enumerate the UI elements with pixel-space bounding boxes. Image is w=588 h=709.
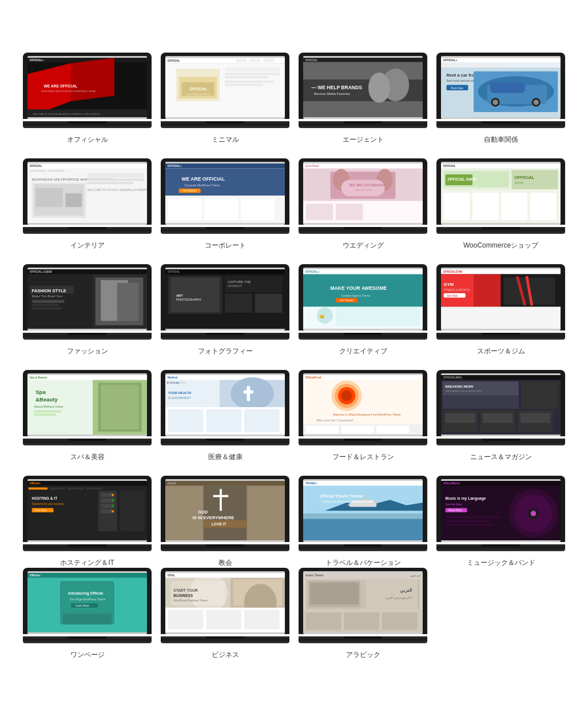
- svg-text:VITAL: VITAL: [168, 574, 175, 577]
- template-label: ビジネス: [212, 650, 239, 660]
- template-label: ニュース＆マガジン: [470, 452, 532, 462]
- template-label: インテリア: [70, 241, 105, 250]
- svg-text:OFFICIAL: OFFICIAL: [170, 382, 180, 384]
- template-item-interior[interactable]: OFFICIAL RESPONSIVE MULTIPURPOSE WORDPRE…: [23, 158, 152, 250]
- template-item-food[interactable]: OfficialFood Welcome to Official Restaur…: [299, 370, 427, 462]
- svg-rect-105: [501, 193, 527, 220]
- svg-text:Corporate WordPress Theme: Corporate WordPress Theme: [184, 184, 220, 187]
- screen-content: OFFICIAL OFFICIAL SHOP OFFICIAL SHOP: [441, 162, 561, 225]
- template-item-music[interactable]: OfficialMusic Music is my Language Feel …: [436, 476, 565, 568]
- svg-text:RESPONSIVE MULTIPURPOSE WORDPR: RESPONSIVE MULTIPURPOSE WORDPRESS THEME: [41, 90, 96, 93]
- template-item-onepage[interactable]: Official+ Introducing Official One Page …: [23, 568, 152, 660]
- laptop-wrapper: TRAVELI Official Travel Theme Explore th…: [299, 476, 427, 553]
- laptop-body: Official+ HOSTING & IT Solutions for you…: [23, 476, 152, 542]
- template-item-arabic[interactable]: Arabic Theme ثيم عربي العربي قالب ووردبر…: [299, 568, 427, 660]
- svg-text:YOUR HEALTH: YOUR HEALTH: [168, 391, 192, 395]
- svg-text:العربي: العربي: [400, 588, 412, 593]
- template-label: WooCommerceショップ: [463, 241, 538, 250]
- template-item-wedding[interactable]: Quid Plaid We Will Get Married Save the …: [299, 158, 427, 250]
- svg-rect-54: [27, 164, 147, 169]
- template-item-minimal[interactable]: OFFICIAL OFFICIAL Trusted Authority Webs…: [161, 53, 289, 145]
- template-item-photo[interactable]: OFFICIAL ART PHOTOGRAPHY CAPTURE THE MOM…: [161, 264, 289, 356]
- laptop-screen: TRAVELI Official Travel Theme Explore th…: [303, 479, 423, 542]
- template-item-official[interactable]: OFFICIAL+ WE ARE OFFICIAL RESPONSIVE MUL…: [23, 53, 152, 145]
- svg-rect-276: [446, 524, 495, 526]
- laptop-screen: Church GOD IS IN EVERYWHERE LOVE IT: [165, 479, 285, 542]
- svg-rect-220: [27, 481, 147, 486]
- svg-text:Save the Date: Save the Date: [355, 189, 372, 192]
- laptop-wrapper: Arabic Theme ثيم عربي العربي قالب ووردبر…: [299, 568, 427, 646]
- svg-text:Natural Wellness Center: Natural Wellness Center: [34, 405, 63, 408]
- svg-rect-247: [213, 495, 229, 497]
- svg-rect-245: [204, 485, 247, 540]
- laptop-wrapper: OfficialMusic Music is my Language Feel …: [436, 476, 565, 553]
- svg-rect-35: [441, 58, 561, 63]
- template-item-creative[interactable]: OFFICIAL+ MAKE YOUR AWESOME Creative Age…: [299, 264, 427, 356]
- template-item-corporate[interactable]: OFFICIAL+ WE ARE OFFICIAL Corporate Word…: [161, 158, 289, 250]
- laptop-wrapper: OfficialFood Welcome to Official Restaur…: [299, 370, 427, 448]
- screen-content: VITAL START YOUR BUSINESS WordPress Busi…: [165, 571, 285, 634]
- svg-text:CAPTURE THE: CAPTURE THE: [228, 280, 251, 284]
- svg-text:Medical: Medical: [168, 376, 177, 379]
- laptop-body: Church GOD IS IN EVERYWHERE LOVE IT: [161, 476, 289, 542]
- screen-content: OfficialFood Welcome to Official Restaur…: [303, 373, 423, 436]
- template-item-hosting[interactable]: Official+ HOSTING & IT Solutions for you…: [23, 476, 152, 568]
- screen-content: OFFICIAL RESPONSIVE MULTIPURPOSE WORDPRE…: [27, 162, 147, 225]
- svg-text:FASHION STYLE: FASHION STYLE: [32, 288, 66, 293]
- svg-text:OFFICIAL+: OFFICIAL+: [30, 59, 44, 62]
- laptop-wrapper: Medical OFFICIAL YOUR HEALTH IS OUR PRIO…: [161, 370, 289, 448]
- svg-text:Creative Agency Theme: Creative Agency Theme: [341, 294, 371, 297]
- template-item-medical[interactable]: Medical OFFICIAL YOUR HEALTH IS OUR PRIO…: [161, 370, 289, 462]
- laptop-screen: Official+ HOSTING & IT Solutions for you…: [27, 479, 147, 542]
- laptop-body: OFFICIAL LIQUID FASHION STYLE Make This …: [23, 264, 152, 330]
- svg-point-269: [531, 511, 537, 516]
- svg-text:OFFICIAL: OFFICIAL: [190, 87, 208, 91]
- template-item-sports[interactable]: OFFICIALGYM GYM FITNESS & SPORTS Join No…: [436, 264, 565, 356]
- svg-rect-80: [303, 164, 423, 169]
- template-item-fashion[interactable]: OFFICIAL LIQUID FASHION STYLE Make This …: [23, 264, 152, 356]
- svg-rect-183: [244, 390, 253, 393]
- laptop-wrapper: Official+ Introducing Official One Page …: [23, 568, 152, 646]
- laptop-base: [161, 333, 289, 340]
- template-item-auto[interactable]: OFFICIAL+ Rent a car from $120 per day. …: [436, 53, 565, 145]
- template-item-woocommerce[interactable]: OFFICIAL OFFICIAL SHOP OFFICIAL SHOP Woo…: [436, 158, 565, 250]
- template-item-agent[interactable]: OFFICIAL — WE HELP BRANDS Become Media F…: [299, 53, 427, 145]
- laptop-body: Spa & Beauty Spa &Beauty Natural Wellnes…: [23, 370, 152, 436]
- svg-rect-120: [117, 283, 139, 321]
- screen-content: TRAVELI Official Travel Theme Explore th…: [303, 479, 423, 542]
- svg-rect-91: [336, 204, 363, 220]
- laptop-screen: OFFICIAL+ MAKE YOUR AWESOME Creative Age…: [303, 268, 423, 330]
- laptop-screen: OFFICIAL+ WE ARE OFFICIAL Corporate Word…: [165, 162, 285, 225]
- template-item-news[interactable]: OFFICIALMAG BREAKING NEWS Latest updates…: [436, 370, 565, 462]
- svg-rect-117: [32, 307, 62, 309]
- template-item-travel[interactable]: TRAVELI Official Travel Theme Explore th…: [299, 476, 427, 568]
- laptop-screen: OFFICIAL OFFICIAL SHOP OFFICIAL SHOP: [441, 162, 561, 225]
- laptop-wrapper: OFFICIALGYM GYM FITNESS & SPORTS Join No…: [436, 264, 565, 342]
- svg-text:&Beauty: &Beauty: [35, 396, 58, 402]
- template-item-church[interactable]: Church GOD IS IN EVERYWHERE LOVE IT 教会: [161, 476, 289, 568]
- laptop-screen: OFFICIAL+ Rent a car from $120 per day. …: [441, 56, 561, 119]
- template-item-spa[interactable]: Spa & Beauty Spa &Beauty Natural Wellnes…: [23, 370, 152, 462]
- laptop-base: [23, 439, 152, 445]
- svg-rect-104: [472, 193, 499, 220]
- laptop-body: Official+ Introducing Official One Page …: [23, 568, 152, 634]
- laptop-screen: Arabic Theme ثيم عربي العربي قالب ووردبر…: [303, 571, 423, 634]
- laptop-wrapper: OFFICIAL+ WE ARE OFFICIAL RESPONSIVE MUL…: [23, 53, 152, 130]
- svg-rect-242: [165, 481, 285, 486]
- svg-rect-178: [168, 381, 168, 384]
- svg-text:ART: ART: [176, 293, 183, 297]
- svg-rect-193: [303, 380, 423, 409]
- svg-rect-223: [29, 487, 47, 489]
- laptop-base: [299, 333, 427, 340]
- screen-content: OFFICIALGYM GYM FITNESS & SPORTS Join No…: [441, 268, 561, 330]
- template-label: ワンページ: [70, 650, 105, 660]
- svg-point-33: [368, 72, 390, 102]
- svg-text:OFFICIAL: OFFICIAL: [168, 270, 180, 273]
- svg-rect-278: [27, 573, 147, 578]
- svg-text:TRAVELI: TRAVELI: [305, 482, 317, 485]
- template-label: アラビック: [346, 650, 380, 660]
- template-label: ホスティング＆IT: [60, 558, 114, 568]
- svg-text:Church: Church: [168, 482, 177, 485]
- svg-rect-24: [225, 83, 264, 86]
- template-item-business[interactable]: VITAL START YOUR BUSINESS WordPress Busi…: [161, 568, 289, 660]
